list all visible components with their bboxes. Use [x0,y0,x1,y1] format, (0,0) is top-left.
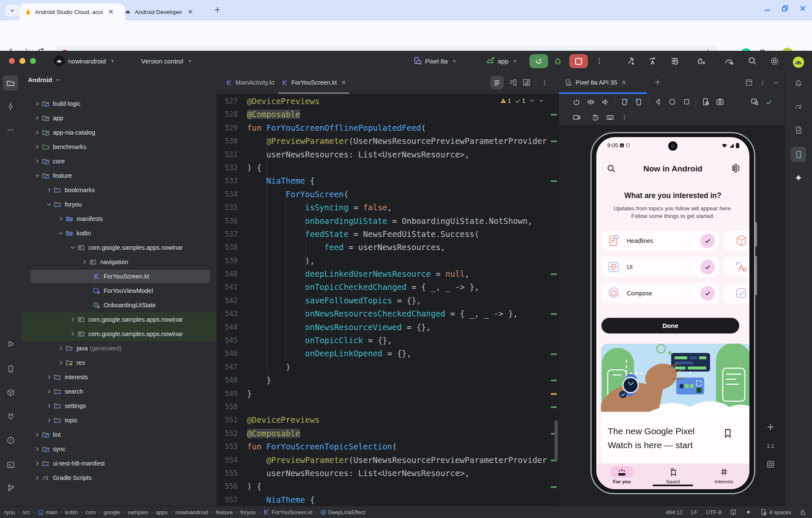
breadcrumb-apps[interactable]: apps [156,509,167,515]
tree-chevron-icon[interactable] [33,130,41,135]
topic-card-ui[interactable]: UI [601,257,719,277]
code-line[interactable]: 549} [217,387,559,400]
indent-config[interactable]: 4 spaces [760,509,791,516]
project-tool-button[interactable] [3,75,18,91]
tree-item-bookmarks[interactable]: bookmarks [21,183,217,197]
app-settings-icon[interactable] [730,163,740,173]
tree-chevron-icon[interactable] [33,446,41,452]
topic-card-compose[interactable]: Compose [601,283,719,303]
tree-chevron-icon[interactable] [45,187,53,193]
tree-chevron-icon[interactable] [33,432,41,437]
tree-item-onboardinguistate[interactable]: OnboardingUiState [21,298,217,312]
topic-checked-icon[interactable] [700,260,715,274]
android-back-icon[interactable] [650,98,665,105]
macos-zoom-button[interactable] [30,58,36,64]
problems-button[interactable] [3,433,18,448]
terminal-button[interactable] [3,457,18,472]
next-issue-icon[interactable] [539,98,544,103]
code-line[interactable]: 550 [217,400,559,413]
device-selector[interactable]: Pixel 8a ▾ [414,51,455,71]
new-tab-button[interactable] [214,6,221,14]
code-line[interactable]: 557 NiaTheme { [217,493,559,506]
notifications-bell-icon[interactable] [791,75,806,91]
code-line[interactable]: 535 isSyncing = false, [217,201,559,214]
device-ok-icon[interactable] [762,98,776,106]
tree-item-navigation[interactable]: navigation [21,255,217,269]
breadcrumb-foryou[interactable]: foryou [240,509,255,515]
tree-item-res[interactable]: res [21,355,217,370]
line-separator[interactable]: LF [691,509,697,515]
tree-item-foryou[interactable]: foryou [21,197,217,212]
split-editor-icon[interactable] [509,78,517,87]
power-button-icon[interactable] [569,98,584,106]
close-editor-tab-icon[interactable]: ✕ [341,79,346,86]
running-devices-tool-icon[interactable] [791,147,806,162]
code-line[interactable]: 529fun ForYouScreenOfflinePopulatedFeed( [217,121,559,135]
rerun-button[interactable] [529,54,548,68]
git-branch-button[interactable] [3,480,18,495]
tree-item-benchmarks[interactable]: benchmarks [21,140,217,154]
tree-item-java[interactable]: java(generated) [21,341,217,355]
tree-chevron-icon[interactable] [45,202,53,207]
tree-chevron-icon[interactable] [69,245,77,250]
code-line[interactable]: 546 onDeepLinkOpened = {}, [217,347,559,360]
breadcrumb-foryouscreen-kt[interactable]: ForYouScreen.kt [263,509,312,515]
code-line[interactable]: 543 onNewsResourcesCheckedChanged = { _,… [217,307,559,320]
code-line[interactable]: 541 onTopicCheckedChanged = { _, _ -> }, [217,281,559,294]
window-minimize-button[interactable] [764,5,771,12]
code-line[interactable]: 536 onboardingUiState = OnboardingUiStat… [217,215,559,228]
running-device-tab[interactable]: Pixel 8a API 35 ✕ [565,71,626,94]
tree-chevron-icon[interactable] [33,116,41,121]
commit-tool-button[interactable] [3,99,18,114]
debug-button[interactable] [553,56,562,66]
tree-item-search[interactable]: search [21,384,217,399]
lock-icon[interactable] [800,509,806,515]
window-close-button[interactable] [799,5,806,12]
tree-item-core[interactable]: core [21,154,217,168]
tree-chevron-icon[interactable] [33,173,41,178]
tree-item-com-google-samples-apps-nowinar[interactable]: com.google.samples.apps.nowinar [21,312,217,327]
code-line[interactable]: 534 ForYouScreen( [217,188,559,201]
tree-chevron-icon[interactable] [45,418,53,423]
prev-issue-icon[interactable] [529,98,535,103]
breadcrumb-ryou[interactable]: ryou [4,509,15,515]
rotate-left-icon[interactable] [617,98,631,106]
tree-item-feature[interactable]: feature [21,168,217,183]
screen-record-icon[interactable] [569,113,584,121]
soft-keyboard-icon[interactable] [603,113,617,121]
volume-down-icon[interactable] [598,98,612,106]
device-more-icon[interactable] [617,114,631,121]
tab-search-button[interactable] [5,5,19,17]
project-view-selector[interactable]: Android [28,76,60,83]
phone-screen[interactable]: 9:05 Now in Android [596,137,749,489]
code-line[interactable]: 528@Composable [217,108,559,121]
code-line[interactable]: 547 ) [217,361,559,374]
stop-button[interactable] [569,54,588,68]
code-line[interactable]: 542 saveFollowedTopics = {}, [217,294,559,307]
device-settings-icon[interactable] [698,98,713,106]
code-line[interactable]: 539 ), [217,254,559,267]
gesture-bar[interactable] [653,485,693,486]
tree-item-interests[interactable]: interests [21,370,217,384]
panel-more-icon[interactable] [760,80,766,86]
code-line[interactable]: 548 } [217,374,559,387]
browser-tab-android-developer[interactable]: Android Developer ✕ [119,3,217,20]
reset-icon[interactable] [588,114,603,121]
code-line[interactable]: 552@Composable [217,427,559,440]
nav-item-interests[interactable]: Interests [698,463,749,489]
tree-chevron-icon[interactable] [57,231,65,236]
tree-item-foryouscreen-kt[interactable]: ForYouScreen.kt [21,269,217,284]
attach-debugger-icon[interactable] [696,56,706,66]
tree-item-foryouviewmodel[interactable]: ForYouViewModel [21,284,217,298]
settings-gear-icon[interactable] [770,56,779,66]
tree-item-topic[interactable]: topic [21,413,217,427]
topic-card-partial[interactable] [723,257,749,277]
editor-scrollbar[interactable] [554,420,558,460]
tree-chevron-icon[interactable] [57,346,65,351]
zoom-in-icon[interactable] [766,422,775,432]
tree-item-manifests[interactable]: manifests [21,212,217,226]
editor-more-icon[interactable] [541,79,548,86]
device-manager-button[interactable] [3,361,18,376]
more-tools-button[interactable] [3,122,18,138]
feed-card[interactable]: The new Google PixelWatch is here — star… [601,344,749,466]
